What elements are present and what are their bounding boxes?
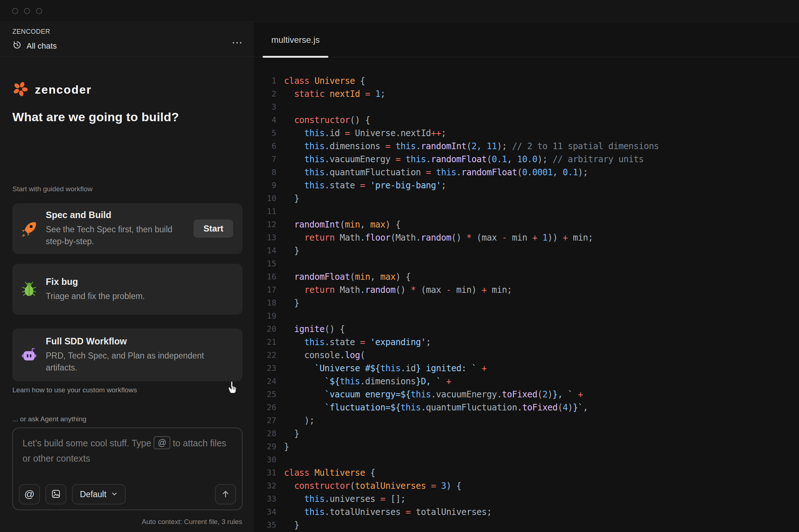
- code-text: static nextId = 1;: [284, 87, 385, 101]
- code-text: return Math.floor(Math.random() * (max -…: [284, 231, 593, 244]
- send-button[interactable]: [215, 484, 236, 504]
- code-editor: multiverse.js 1class Universe {2 static …: [255, 22, 799, 532]
- zencoder-logo-icon: [12, 80, 29, 99]
- card-title: Fix bug: [46, 277, 243, 287]
- line-number: 35: [255, 519, 276, 532]
- line-number: 2: [255, 87, 276, 101]
- line-number: 8: [255, 166, 276, 179]
- workflow-card-full-sdd[interactable]: Full SDD Workflow PRD, Tech Spec, and Pl…: [12, 328, 243, 381]
- code-area[interactable]: 1class Universe {2 static nextId = 1;34 …: [255, 57, 799, 532]
- code-text: return Math.random() * (max - min) + min…: [284, 283, 512, 296]
- code-line: 25 `vacuum energy=${this.vacuumEnergy.to…: [255, 388, 799, 401]
- robot-icon: [12, 347, 46, 363]
- code-text: );: [284, 414, 315, 427]
- code-line: 14 }: [255, 244, 799, 257]
- attach-image-button[interactable]: [45, 484, 66, 504]
- line-number: 22: [255, 349, 276, 362]
- line-number: 16: [255, 270, 276, 283]
- rocket-icon: [12, 220, 46, 237]
- code-text: }: [284, 192, 299, 205]
- line-number: 27: [255, 414, 276, 427]
- code-line: 7 this.vacuumEnergy = this.randomFloat(0…: [255, 153, 799, 166]
- sidebar-header: ZENCODER All chats ⋯: [0, 22, 254, 57]
- sidebar-menu-button[interactable]: ⋯: [232, 36, 244, 49]
- line-number: 13: [255, 231, 276, 244]
- line-number: 20: [255, 323, 276, 336]
- code-line: 29}: [255, 440, 799, 453]
- code-lines: 1class Universe {2 static nextId = 1;34 …: [255, 74, 799, 532]
- close-window-button[interactable]: [12, 8, 18, 14]
- code-line: 17 return Math.random() * (max - min) + …: [255, 283, 799, 296]
- line-number: 31: [255, 466, 276, 479]
- code-line: 16 randomFloat(min, max) {: [255, 270, 799, 283]
- code-text: this.state = 'pre-big-bang';: [284, 179, 446, 192]
- code-line: 34 this.totalUniverses = totalUniverses;: [255, 506, 799, 519]
- zoom-window-button[interactable]: [36, 8, 42, 14]
- code-text: randomFloat(min, max) {: [284, 270, 411, 283]
- all-chats-button[interactable]: All chats: [12, 40, 57, 52]
- line-number: 34: [255, 506, 276, 519]
- card-description: Triage and fix the problem.: [46, 290, 243, 302]
- code-line: 2 static nextId = 1;: [255, 87, 799, 101]
- history-icon: [12, 40, 22, 52]
- tab-label: multiverse.js: [271, 35, 320, 45]
- composer-toolbar: @ Default: [19, 484, 236, 504]
- code-text: }: [284, 440, 289, 453]
- code-text: this.id = Universe.nextId++;: [284, 127, 446, 140]
- model-selector[interactable]: Default: [72, 484, 126, 504]
- code-line: 26 `fluctuation=${this.quantumFluctuatio…: [255, 401, 799, 414]
- line-number: 5: [255, 127, 276, 140]
- code-text: }: [284, 244, 299, 257]
- code-line: 15: [255, 257, 799, 270]
- code-text: this.totalUniverses = totalUniverses;: [284, 506, 492, 519]
- line-number: 7: [255, 153, 276, 166]
- chat-input[interactable]: Let’s build some cool stuff. Type@to att…: [12, 427, 243, 510]
- chevron-down-icon: [111, 490, 118, 499]
- card-body: Spec and Build See the Tech Spec first, …: [46, 210, 194, 247]
- card-body: Full SDD Workflow PRD, Tech Spec, and Pl…: [46, 336, 243, 374]
- card-body: Fix bug Triage and fix the problem.: [46, 277, 243, 302]
- brand: zencoder: [12, 80, 92, 99]
- bug-icon: [12, 281, 46, 298]
- placeholder-text: Let’s build some cool stuff. Type: [23, 438, 151, 448]
- brand-name: zencoder: [35, 83, 92, 97]
- line-number: 12: [255, 218, 276, 231]
- line-number: 26: [255, 401, 276, 414]
- code-line: 32 constructor(totalUniverses = 3) {: [255, 479, 799, 492]
- start-button[interactable]: Start: [194, 220, 233, 238]
- image-icon: [51, 489, 61, 500]
- chat-input-placeholder: Let’s build some cool stuff. Type@to att…: [23, 435, 233, 466]
- code-text: `fluctuation=${this.quantumFluctuation.t…: [284, 401, 588, 414]
- card-title: Spec and Build: [46, 210, 194, 220]
- editor-tabbar: multiverse.js: [255, 22, 799, 57]
- learn-custom-workflows-link[interactable]: Learn how to use your custom workflows: [12, 386, 137, 394]
- code-text: this.vacuumEnergy = this.randomFloat(0.1…: [284, 153, 644, 166]
- line-number: 6: [255, 140, 276, 153]
- workflow-card-spec-and-build[interactable]: Spec and Build See the Tech Spec first, …: [12, 203, 243, 254]
- line-number: 9: [255, 179, 276, 192]
- mention-button[interactable]: @: [19, 484, 40, 504]
- line-number: 30: [255, 453, 276, 466]
- line-number: 4: [255, 114, 276, 127]
- line-number: 33: [255, 492, 276, 506]
- app-window: ZENCODER All chats ⋯: [0, 0, 799, 532]
- code-text: constructor(totalUniverses = 3) {: [284, 479, 461, 492]
- code-text: console.log(: [284, 349, 365, 362]
- auto-context-status: Auto context: Current file, 3 rules: [142, 518, 242, 526]
- code-line: 31class Multiverse {: [255, 466, 799, 479]
- card-description: See the Tech Spec first, then build step…: [46, 224, 173, 247]
- page-title: What are we going to build?: [12, 110, 179, 124]
- code-text: randomInt(min, max) {: [284, 218, 401, 231]
- code-text: class Multiverse {: [284, 466, 375, 479]
- code-line: 11: [255, 205, 799, 218]
- code-text: `${this.dimensions}D, ` +: [284, 375, 451, 388]
- tab-multiverse-js[interactable]: multiverse.js: [263, 22, 328, 57]
- minimize-window-button[interactable]: [24, 8, 30, 14]
- code-line: 5 this.id = Universe.nextId++;: [255, 127, 799, 140]
- guided-workflow-label: Start with guided workflow: [12, 185, 93, 193]
- ask-agent-label: ... or ask Agent anything: [12, 415, 86, 423]
- workflow-card-fix-bug[interactable]: Fix bug Triage and fix the problem.: [12, 264, 243, 315]
- code-text: this.state = 'expanding';: [284, 336, 431, 349]
- code-text: }: [284, 427, 299, 440]
- line-number: 32: [255, 479, 276, 492]
